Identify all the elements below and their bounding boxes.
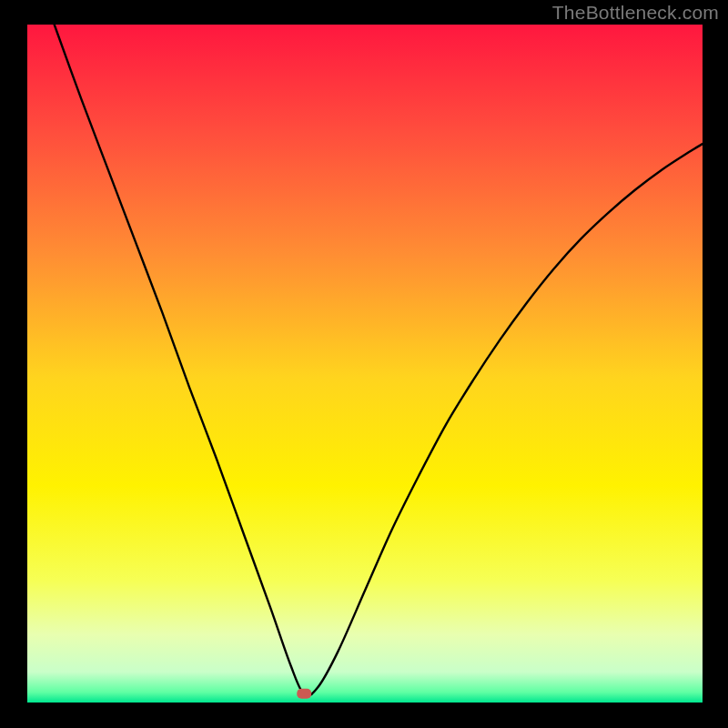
optimal-point-marker: [297, 689, 311, 699]
watermark-text: TheBottleneck.com: [552, 2, 719, 24]
plot-background-gradient: [27, 25, 703, 703]
bottleneck-chart: [0, 0, 728, 728]
chart-container: TheBottleneck.com: [0, 0, 728, 728]
